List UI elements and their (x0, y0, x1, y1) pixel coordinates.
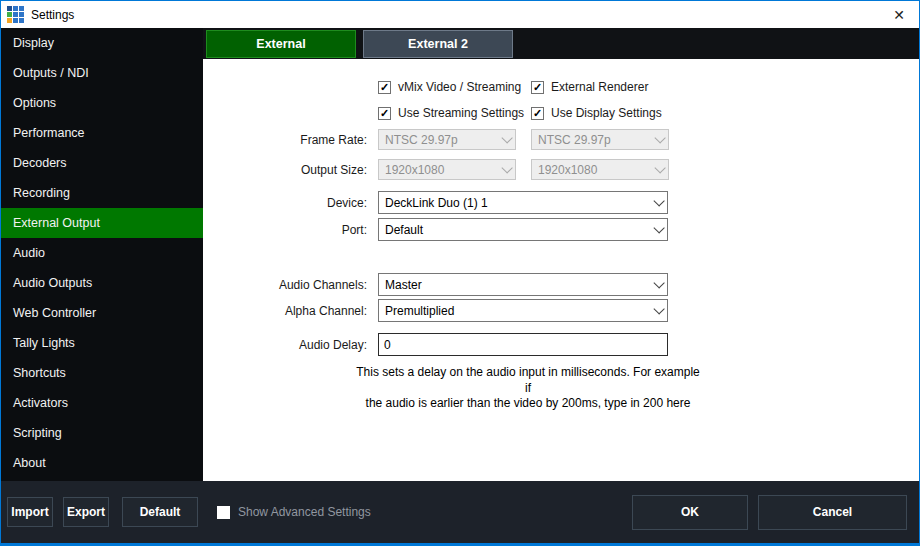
sidebar-item-recording[interactable]: Recording (1, 178, 203, 208)
external-renderer-label: External Renderer (551, 80, 648, 94)
use-display-settings-label: Use Display Settings (551, 106, 662, 120)
audio-delay-input[interactable] (378, 333, 668, 356)
checkbox-checked-icon[interactable] (378, 107, 391, 120)
output-size-value-2: 1920x1080 (538, 163, 654, 177)
output-size-label: Output Size: (203, 163, 367, 177)
vmix-video-streaming-checkbox[interactable]: vMix Video / Streaming (378, 80, 531, 94)
output-size-select-2: 1920x1080 (531, 159, 669, 180)
port-label: Port: (203, 223, 367, 237)
sidebar-item-audio[interactable]: Audio (1, 238, 203, 268)
audio-channels-row: Audio Channels: Master (203, 273, 919, 296)
import-button[interactable]: Import (7, 497, 53, 527)
alpha-channel-value: Premultiplied (385, 304, 653, 318)
port-select[interactable]: Default (378, 218, 668, 241)
output-size-row: Output Size: 1920x1080 1920x1080 (203, 159, 919, 180)
frame-rate-select-2: NTSC 29.97p (531, 129, 669, 150)
default-button[interactable]: Default (122, 497, 198, 527)
export-button[interactable]: Export (63, 497, 109, 527)
sidebar-item-shortcuts[interactable]: Shortcuts (1, 358, 203, 388)
chevron-down-icon (653, 195, 664, 206)
frame-rate-label: Frame Rate: (203, 133, 367, 147)
frame-rate-value-2: NTSC 29.97p (538, 133, 654, 147)
sidebar-item-decoders[interactable]: Decoders (1, 148, 203, 178)
frame-rate-row: Frame Rate: NTSC 29.97p NTSC 29.97p (203, 129, 919, 150)
chevron-down-icon (501, 132, 512, 143)
audio-delay-help: This sets a delay on the audio input in … (355, 365, 701, 412)
window-body: Display Outputs / NDI Options Performanc… (1, 28, 919, 481)
cancel-button[interactable]: Cancel (758, 495, 907, 530)
vmix-app-icon (7, 6, 24, 23)
chevron-down-icon (654, 132, 665, 143)
main-panel: External External 2 vMix Video / Streami… (203, 28, 919, 481)
audio-channels-value: Master (385, 278, 653, 292)
device-select[interactable]: DeckLink Duo (1) 1 (378, 191, 668, 214)
audio-delay-label: Audio Delay: (203, 338, 367, 352)
checkbox-checked-icon[interactable] (531, 81, 544, 94)
port-value: Default (385, 223, 653, 237)
port-row: Port: Default (203, 218, 919, 241)
settings-content: vMix Video / Streaming External Renderer… (203, 59, 919, 481)
checkbox-unchecked-icon[interactable] (217, 506, 230, 519)
output-size-select-1: 1920x1080 (378, 159, 516, 180)
device-row: Device: DeckLink Duo (1) 1 (203, 191, 919, 214)
chevron-down-icon (653, 222, 664, 233)
settings-window: Settings ✕ Display Outputs / NDI Options… (0, 0, 920, 546)
audio-channels-select[interactable]: Master (378, 273, 668, 296)
chevron-down-icon (654, 162, 665, 173)
alpha-channel-label: Alpha Channel: (203, 304, 367, 318)
checkbox-row-2: Use Streaming Settings Use Display Setti… (378, 106, 919, 120)
vmix-video-streaming-label: vMix Video / Streaming (398, 80, 521, 94)
external-renderer-checkbox[interactable]: External Renderer (531, 80, 648, 94)
checkbox-checked-icon[interactable] (378, 81, 391, 94)
output-size-value-1: 1920x1080 (385, 163, 501, 177)
tab-external-2[interactable]: External 2 (363, 30, 513, 58)
use-streaming-settings-label: Use Streaming Settings (398, 106, 524, 120)
audio-delay-help-line2: the audio is earlier than the video by 2… (355, 396, 701, 412)
sidebar-item-audio-outputs[interactable]: Audio Outputs (1, 268, 203, 298)
sidebar-item-outputs-ndi[interactable]: Outputs / NDI (1, 58, 203, 88)
sidebar-item-external-output[interactable]: External Output (1, 208, 203, 238)
chevron-down-icon (653, 303, 664, 314)
close-icon[interactable]: ✕ (879, 1, 919, 28)
alpha-channel-row: Alpha Channel: Premultiplied (203, 299, 919, 322)
ok-button[interactable]: OK (632, 495, 748, 530)
checkbox-checked-icon[interactable] (531, 107, 544, 120)
sidebar-item-performance[interactable]: Performance (1, 118, 203, 148)
sidebar-item-activators[interactable]: Activators (1, 388, 203, 418)
chevron-down-icon (653, 277, 664, 288)
sidebar-item-tally-lights[interactable]: Tally Lights (1, 328, 203, 358)
audio-delay-help-line1: This sets a delay on the audio input in … (355, 365, 701, 396)
frame-rate-value-1: NTSC 29.97p (385, 133, 501, 147)
tab-strip: External External 2 (203, 28, 919, 59)
checkbox-row-1: vMix Video / Streaming External Renderer (378, 80, 919, 94)
show-advanced-settings-label: Show Advanced Settings (238, 505, 371, 519)
titlebar: Settings ✕ (1, 1, 919, 28)
window-title: Settings (31, 8, 74, 22)
use-streaming-settings-checkbox[interactable]: Use Streaming Settings (378, 106, 531, 120)
sidebar-item-scripting[interactable]: Scripting (1, 418, 203, 448)
footer-bar: Import Export Default Show Advanced Sett… (1, 481, 919, 543)
audio-delay-row: Audio Delay: (203, 333, 919, 356)
sidebar-item-options[interactable]: Options (1, 88, 203, 118)
frame-rate-select-1: NTSC 29.97p (378, 129, 516, 150)
use-display-settings-checkbox[interactable]: Use Display Settings (531, 106, 662, 120)
sidebar-item-about[interactable]: About (1, 448, 203, 478)
sidebar: Display Outputs / NDI Options Performanc… (1, 28, 203, 481)
tab-external[interactable]: External (206, 30, 356, 58)
device-value: DeckLink Duo (1) 1 (385, 196, 653, 210)
sidebar-item-display[interactable]: Display (1, 28, 203, 58)
alpha-channel-select[interactable]: Premultiplied (378, 299, 668, 322)
sidebar-item-web-controller[interactable]: Web Controller (1, 298, 203, 328)
chevron-down-icon (501, 162, 512, 173)
audio-channels-label: Audio Channels: (203, 278, 367, 292)
show-advanced-settings-checkbox[interactable]: Show Advanced Settings (217, 505, 371, 519)
device-label: Device: (203, 196, 367, 210)
